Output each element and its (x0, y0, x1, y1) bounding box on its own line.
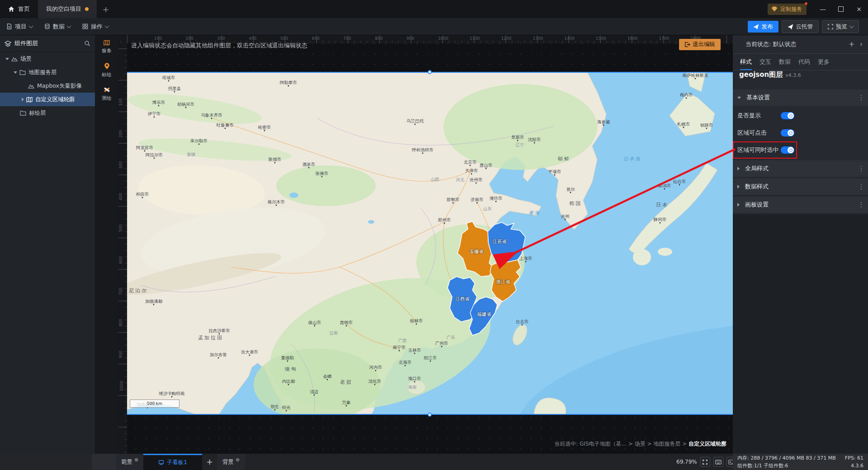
cloud-hosting-label: 云托管 (796, 23, 813, 31)
city-dot (525, 261, 527, 263)
circle-plus-icon[interactable]: ⊕ (236, 457, 240, 463)
map-label-首尔: 首尔 (566, 187, 576, 192)
fit-view-button[interactable] (700, 457, 710, 467)
city-dot (683, 127, 684, 128)
ruler-number: 300 (118, 161, 123, 169)
kebab-menu-icon[interactable] (859, 93, 864, 103)
ruler-number: 500 (280, 36, 288, 41)
expand-states-button[interactable]: › (860, 40, 863, 48)
map-label-胡杨河市: 胡杨河市 (177, 102, 195, 107)
close-button[interactable]: × (850, 0, 868, 18)
unsaved-dot (85, 7, 89, 11)
city-dot (686, 98, 687, 99)
map-label-曼德勒: 曼德勒 (281, 355, 294, 360)
basemap: 江苏省安徽省浙江省江西省福建省塔城市托里县博乐市胡杨河市伊宁市阿勒泰市乌鲁木齐市… (127, 73, 733, 414)
section-画板设置[interactable]: 画板设置 (733, 197, 868, 213)
ruler-number: 1500 (596, 36, 606, 41)
tool-标绘[interactable]: 标绘 (102, 62, 112, 78)
tree-item-场景[interactable]: 场景 (0, 52, 95, 66)
ruler-number: 600 (312, 36, 320, 41)
map-label-尼泊尔: 尼泊尔 (129, 288, 148, 294)
map-label-唐山市: 唐山市 (480, 163, 493, 168)
search-icon[interactable] (84, 40, 90, 47)
home-tab[interactable]: 首页 (0, 0, 38, 18)
city-dot (399, 350, 400, 352)
tree-item-Mapbox矢量影像[interactable]: Mapbox矢量影像 (0, 79, 95, 93)
minimize-button[interactable]: — (814, 0, 832, 18)
menu-item-label: 操作 (91, 23, 103, 31)
tree-item-标绘层[interactable]: 标绘层 (0, 106, 95, 120)
kebab-menu-icon[interactable] (859, 164, 864, 174)
menu-item-2[interactable]: 数据 (44, 23, 71, 31)
foreground-label: 前景 (121, 458, 132, 466)
city-dot (603, 125, 604, 126)
panel-tab-代码[interactable]: 代码 (798, 54, 810, 70)
panel-tab-交互[interactable]: 交互 (760, 54, 771, 70)
menu-item-3[interactable]: 操作 (82, 23, 108, 31)
foreground-tab[interactable]: 前景 ⊕ (116, 454, 143, 470)
map-label-静冈市: 静冈市 (653, 217, 667, 222)
kebab-menu-icon[interactable] (859, 182, 864, 192)
kebab-menu-icon[interactable] (859, 200, 864, 210)
panel-tab-样式[interactable]: 样式 (740, 54, 752, 70)
shortcuts-button[interactable] (713, 457, 723, 467)
section-数据样式[interactable]: 数据样式 (733, 179, 868, 195)
editor-canvas[interactable]: 1002003004005006007008009001000110012001… (118, 35, 733, 454)
map-label-南宁市: 南宁市 (393, 345, 406, 350)
memory-stat: 内存: 288 / 3796 / 4096 MB 83 / 371 MB (737, 454, 836, 462)
selection-breadcrumb-current: 自定义区域轮廓 (689, 441, 726, 447)
background-tab[interactable]: 背景 ⊕ (217, 454, 245, 470)
province-label: 江苏省 (492, 239, 507, 244)
gis-map-component[interactable]: 江苏省安徽省浙江省江西省福建省塔城市托里县博乐市胡杨河市伊宁市阿勒泰市乌鲁木齐市… (127, 72, 733, 415)
window-controls: 定制服务 — × (768, 0, 868, 18)
tree-expand-arrow[interactable] (14, 71, 17, 74)
toggle-switch[interactable] (781, 112, 794, 119)
publish-button[interactable]: 发布 (748, 21, 778, 33)
circle-plus-icon[interactable]: ⊕ (134, 457, 138, 463)
map-label-日本海: 日本海 (623, 156, 641, 162)
map-label-会晒: 会晒 (323, 374, 332, 379)
selection-handle-bottom[interactable] (428, 413, 432, 417)
map-label-伊宁市: 伊宁市 (148, 111, 161, 116)
map-label-博乐市: 博乐市 (152, 100, 165, 105)
panel-tab-更多[interactable]: 更多 (818, 54, 830, 70)
exit-edit-button[interactable]: 退出编辑 (679, 39, 721, 50)
map-label-广西: 广西 (398, 338, 407, 343)
map-label-北京市: 北京市 (464, 160, 477, 164)
project-tab-label: 我的空白项目 (46, 5, 81, 13)
cloud-hosting-button[interactable]: 云托管 (782, 20, 819, 33)
notification-dot (805, 2, 807, 5)
maximize-button[interactable] (832, 0, 850, 18)
tool-服务[interactable]: 服务 (102, 40, 112, 54)
tool-测绘[interactable]: 测绘 (102, 86, 112, 102)
ruler-number: 1100 (470, 36, 480, 41)
panel-tab-数据[interactable]: 数据 (779, 54, 791, 70)
layer-panel-header: 组件图层 (0, 35, 95, 52)
board-tab[interactable]: 子看板1 (143, 454, 202, 470)
add-board-button[interactable]: + (202, 454, 217, 470)
tree-item-自定义区域轮廓[interactable]: 自定义区域轮廓 (0, 93, 95, 106)
new-tab-button[interactable]: + (97, 0, 115, 18)
map-label-万象: 万象 (342, 400, 351, 405)
section-全局样式[interactable]: 全局样式 (733, 160, 868, 177)
map-label-加德满都: 加德满都 (145, 299, 163, 304)
tree-expand-arrow[interactable] (5, 58, 9, 60)
triangle-down-icon (737, 97, 741, 99)
map-label-仰光: 仰光 (282, 405, 291, 410)
menu-item-1[interactable]: 项目 (6, 23, 33, 31)
city-dot (415, 124, 416, 125)
preview-button[interactable]: 预览 (822, 20, 859, 33)
toggle-switch[interactable] (781, 146, 794, 154)
section-basic-settings[interactable]: 基本设置 (733, 89, 868, 106)
custom-service-button[interactable]: 定制服务 (768, 4, 807, 15)
selection-handle-top[interactable] (428, 70, 432, 74)
city-dot (476, 183, 477, 184)
ruler-number: 900 (406, 36, 414, 41)
toggle-switch[interactable] (781, 129, 794, 136)
project-tab[interactable]: 我的空白项目 (38, 0, 97, 18)
tree-expand-arrow[interactable] (22, 98, 24, 101)
tree-item-地图服务层[interactable]: 地图服务层 (0, 66, 95, 79)
city-dot (405, 365, 406, 367)
ruler-number: 1700 (659, 36, 669, 41)
add-state-button[interactable]: + (849, 40, 854, 48)
